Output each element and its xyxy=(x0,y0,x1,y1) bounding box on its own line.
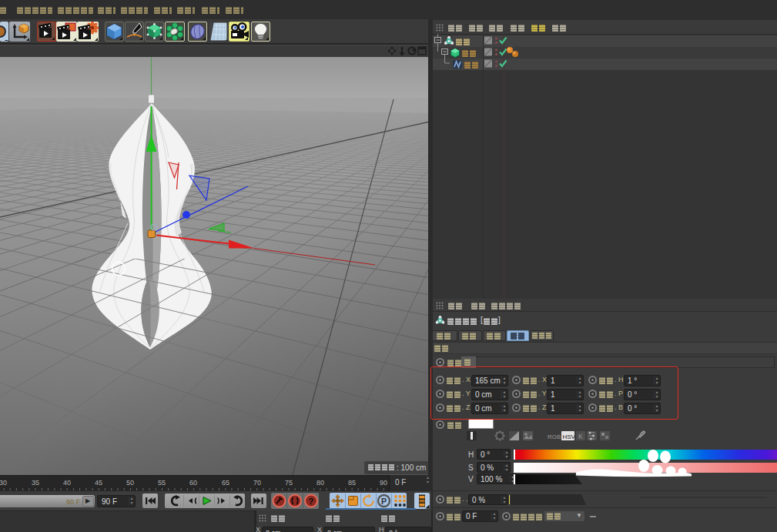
svg-text:60: 60 xyxy=(189,479,197,487)
svg-text:?: ? xyxy=(309,497,314,506)
svg-text:50: 50 xyxy=(126,479,134,487)
svg-text:70: 70 xyxy=(253,479,261,487)
svg-text:85: 85 xyxy=(348,479,356,487)
svg-text:RGB: RGB xyxy=(548,433,561,440)
svg-text:55: 55 xyxy=(158,479,166,487)
svg-text:K: K xyxy=(578,433,583,440)
svg-text:65: 65 xyxy=(222,479,229,487)
svg-text:75: 75 xyxy=(285,479,293,487)
svg-text:P: P xyxy=(381,497,387,506)
svg-text:90: 90 xyxy=(380,479,387,487)
svg-text:80: 80 xyxy=(316,479,324,487)
svg-text:HSV: HSV xyxy=(563,433,576,440)
svg-text:45: 45 xyxy=(95,479,102,487)
svg-text:40: 40 xyxy=(63,479,71,487)
svg-text:30: 30 xyxy=(0,479,7,487)
svg-text:35: 35 xyxy=(32,479,39,487)
